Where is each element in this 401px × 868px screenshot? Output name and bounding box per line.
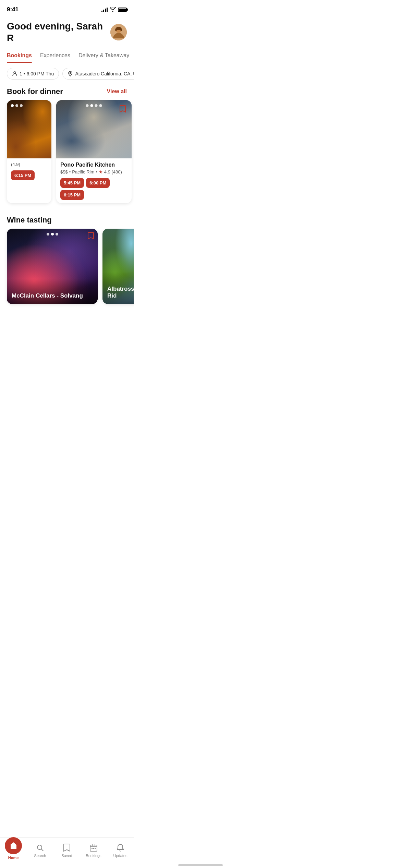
time-slot[interactable]: 6:15 PM [11, 170, 35, 180]
wine-tasting-section: Wine tasting McClain Cellars - Solvang [0, 210, 134, 311]
card-name-pono: Pono Pacific Kitchen [60, 162, 127, 168]
view-all-dinner[interactable]: View all [107, 88, 127, 95]
time-slot-600[interactable]: 6:00 PM [86, 178, 110, 188]
wifi-icon [110, 7, 116, 13]
battery-icon [118, 8, 127, 12]
time-slots-pono: 5:45 PM 6:00 PM 6:15 PM [60, 178, 127, 200]
signal-icon [101, 7, 108, 12]
wine-dots-mcclain [47, 233, 58, 236]
book-for-dinner-title: Book for dinner [7, 87, 63, 96]
card-image-1 [7, 100, 51, 158]
restaurant-cards-row: (4.9) 6:15 PM Pono Pa [0, 100, 134, 210]
location-pin-icon [68, 71, 73, 76]
wine-image-albatross: Albatross Rid [102, 229, 134, 304]
wine-tasting-header: Wine tasting [0, 213, 134, 229]
status-bar: 9:41 [0, 0, 134, 16]
tab-experiences[interactable]: Experiences [40, 49, 70, 63]
status-time: 9:41 [7, 6, 19, 13]
restaurant-card-pono[interactable]: Pono Pacific Kitchen $$$ • Pacific Rim •… [56, 100, 132, 203]
card-meta-pono: $$$ • Pacific Rim • ★ 4.9 (480) [60, 169, 127, 174]
card-image-pono [56, 100, 132, 158]
wine-card-mcclain[interactable]: McClain Cellars - Solvang [7, 229, 98, 304]
wine-card-name-mcclain: McClain Cellars - Solvang [12, 292, 93, 299]
svg-point-2 [14, 72, 16, 74]
wine-tasting-title: Wine tasting [7, 216, 52, 225]
tab-delivery[interactable]: Delivery & Takeaway [78, 49, 129, 63]
filters-row: 1 • 6:00 PM Thu Atascadero California, C… [0, 63, 134, 84]
wine-image-mcclain: McClain Cellars - Solvang [7, 229, 98, 304]
header: Good evening, Sarah R [0, 16, 134, 49]
wine-card-name-albatross: Albatross Rid [107, 286, 134, 299]
time-slots-1: 6:15 PM [11, 170, 47, 180]
bookmark-pono[interactable] [117, 104, 128, 114]
location-filter[interactable]: Atascadero California, CA, United St [62, 68, 134, 80]
wine-card-albatross[interactable]: Albatross Rid [102, 229, 134, 304]
time-slot-615[interactable]: 6:15 PM [60, 190, 84, 200]
time-slot-545[interactable]: 5:45 PM [60, 178, 84, 188]
guests-filter[interactable]: 1 • 6:00 PM Thu [7, 68, 59, 80]
book-for-dinner-header: Book for dinner View all [0, 84, 134, 100]
tabs-container: Bookings Experiences Delivery & Takeaway [0, 49, 134, 63]
location-filter-label: Atascadero California, CA, United St [75, 71, 134, 76]
avatar[interactable] [110, 24, 127, 40]
card-dots-1 [11, 104, 23, 107]
bookmark-mcclain[interactable] [87, 232, 94, 241]
restaurant-card-partial-left[interactable]: (4.9) 6:15 PM [7, 100, 51, 203]
svg-point-3 [70, 73, 71, 74]
status-icons [101, 7, 127, 13]
card-dots-pono [86, 104, 102, 107]
star-icon: ★ [99, 169, 103, 174]
guests-filter-label: 1 • 6:00 PM Thu [20, 71, 54, 76]
person-icon [12, 71, 17, 76]
tab-bookings[interactable]: Bookings [7, 49, 32, 63]
wine-cards-row: McClain Cellars - Solvang Albatross Rid [0, 229, 134, 311]
card-meta-1: (4.9) [11, 162, 47, 167]
greeting-text: Good evening, Sarah R [7, 21, 110, 44]
